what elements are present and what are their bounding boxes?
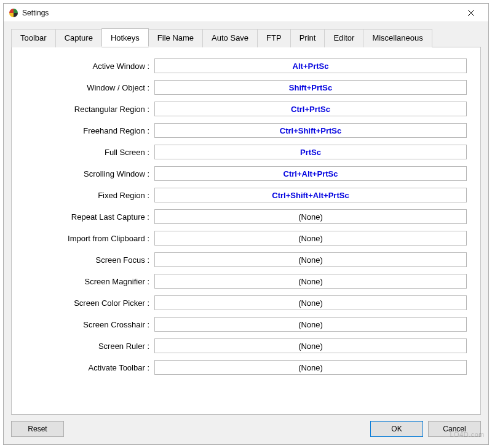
reset-button[interactable]: Reset <box>11 421 64 437</box>
tab-print[interactable]: Print <box>290 29 325 47</box>
hotkey-value: (None) <box>298 277 323 286</box>
ok-button[interactable]: OK <box>370 421 423 437</box>
hotkey-field[interactable]: (None) <box>154 209 467 224</box>
hotkey-value: (None) <box>298 342 323 351</box>
hotkey-label: Freehand Region : <box>25 126 154 135</box>
close-button[interactable] <box>459 4 483 22</box>
hotkey-row: Active Window :Alt+PrtSc <box>25 58 467 73</box>
hotkey-label: Rectangular Region : <box>25 105 154 114</box>
tab-capture[interactable]: Capture <box>55 29 102 47</box>
hotkeys-panel: Active Window :Alt+PrtScWindow / Object … <box>11 47 481 415</box>
hotkey-field[interactable]: (None) <box>154 338 467 353</box>
button-bar: Reset OK Cancel <box>4 415 488 444</box>
tab-ftp[interactable]: FTP <box>257 29 291 47</box>
hotkey-row: Screen Ruler :(None) <box>25 338 467 353</box>
titlebar: Settings <box>4 4 488 22</box>
hotkey-label: Active Window : <box>25 62 154 71</box>
hotkey-field[interactable]: Ctrl+Shift+PrtSc <box>154 123 467 138</box>
hotkey-value: (None) <box>298 363 323 372</box>
hotkey-row: Fixed Region :Ctrl+Shift+Alt+PrtSc <box>25 188 467 202</box>
tab-strip: Toolbar Capture Hotkeys File Name Auto S… <box>11 28 481 47</box>
tab-editor[interactable]: Editor <box>324 29 363 47</box>
hotkey-row: Window / Object :Shift+PrtSc <box>25 80 467 95</box>
hotkey-field[interactable]: (None) <box>154 274 467 289</box>
hotkey-value: (None) <box>298 255 323 265</box>
hotkey-field[interactable]: Shift+PrtSc <box>154 80 467 95</box>
hotkey-row: Screen Focus :(None) <box>25 252 467 267</box>
hotkey-value: Alt+PrtSc <box>293 62 329 71</box>
hotkey-label: Screen Color Picker : <box>25 298 154 308</box>
hotkey-row: Screen Crosshair :(None) <box>25 317 467 332</box>
tab-miscellaneous[interactable]: Miscellaneous <box>363 29 432 47</box>
app-icon <box>9 8 18 18</box>
hotkey-field[interactable]: (None) <box>154 231 467 246</box>
hotkey-field[interactable]: (None) <box>154 252 467 267</box>
hotkey-field[interactable]: Ctrl+Alt+PrtSc <box>154 166 467 181</box>
hotkey-value: (None) <box>298 298 323 308</box>
content-area: Toolbar Capture Hotkeys File Name Auto S… <box>4 22 488 415</box>
tab-file-name[interactable]: File Name <box>148 29 203 47</box>
tab-hotkeys[interactable]: Hotkeys <box>101 28 149 47</box>
hotkey-label: Repeat Last Capture : <box>25 212 154 222</box>
hotkey-value: Ctrl+Shift+PrtSc <box>280 126 341 135</box>
hotkey-value: PrtSc <box>300 148 321 157</box>
hotkey-label: Screen Ruler : <box>25 342 154 351</box>
hotkey-field[interactable]: Ctrl+PrtSc <box>154 102 467 116</box>
hotkey-label: Screen Focus : <box>25 255 154 265</box>
hotkey-field[interactable]: PrtSc <box>154 145 467 159</box>
hotkey-field[interactable]: (None) <box>154 360 467 375</box>
hotkey-value: Ctrl+Alt+PrtSc <box>284 169 338 178</box>
tab-auto-save[interactable]: Auto Save <box>202 29 258 47</box>
hotkey-row: Activate Toolbar :(None) <box>25 360 467 375</box>
cancel-button[interactable]: Cancel <box>428 421 481 437</box>
hotkey-row: Screen Magnifier :(None) <box>25 274 467 289</box>
hotkey-value: (None) <box>298 234 323 243</box>
tab-toolbar[interactable]: Toolbar <box>11 29 56 47</box>
hotkey-value: Ctrl+Shift+Alt+PrtSc <box>272 191 349 200</box>
hotkey-label: Fixed Region : <box>25 191 154 200</box>
hotkey-row: Scrolling Window :Ctrl+Alt+PrtSc <box>25 166 467 181</box>
hotkey-value: (None) <box>298 320 323 329</box>
hotkey-row: Screen Color Picker :(None) <box>25 295 467 310</box>
hotkey-value: Ctrl+PrtSc <box>291 105 330 114</box>
hotkey-field[interactable]: Alt+PrtSc <box>154 58 467 73</box>
hotkey-row: Import from Clipboard :(None) <box>25 231 467 246</box>
hotkey-label: Screen Crosshair : <box>25 320 154 329</box>
window-title: Settings <box>22 9 459 17</box>
hotkey-row: Full Screen :PrtSc <box>25 145 467 159</box>
hotkey-row: Repeat Last Capture :(None) <box>25 209 467 224</box>
hotkey-label: Scrolling Window : <box>25 169 154 178</box>
hotkey-field[interactable]: (None) <box>154 317 467 332</box>
hotkey-row: Rectangular Region :Ctrl+PrtSc <box>25 102 467 116</box>
hotkey-label: Window / Object : <box>25 83 154 92</box>
hotkey-label: Activate Toolbar : <box>25 363 154 372</box>
hotkey-value: (None) <box>298 212 323 222</box>
hotkey-row: Freehand Region :Ctrl+Shift+PrtSc <box>25 123 467 138</box>
settings-window: Settings Toolbar Capture Hotkeys File Na… <box>3 3 489 445</box>
hotkey-field[interactable]: (None) <box>154 295 467 310</box>
hotkey-label: Import from Clipboard : <box>25 234 154 243</box>
close-icon <box>468 10 474 16</box>
hotkey-field[interactable]: Ctrl+Shift+Alt+PrtSc <box>154 188 467 202</box>
hotkey-value: Shift+PrtSc <box>289 83 332 92</box>
hotkey-label: Screen Magnifier : <box>25 277 154 286</box>
hotkey-label: Full Screen : <box>25 148 154 157</box>
